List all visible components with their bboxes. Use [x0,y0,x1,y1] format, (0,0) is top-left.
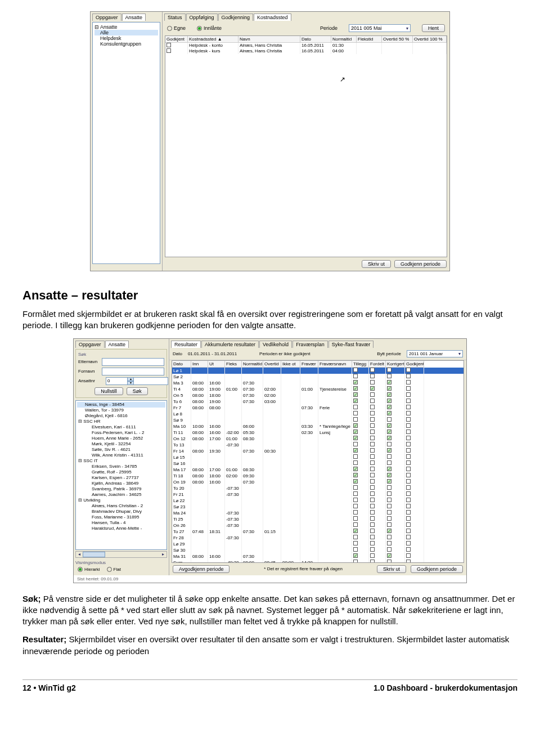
checkbox-icon[interactable] [353,535,358,539]
table-row[interactable]: On 508:0018:0007:3002:00 [172,392,464,399]
checkbox-icon[interactable] [406,417,411,422]
tab-oppfolging[interactable]: Oppfølging [186,14,218,21]
checkbox-icon[interactable] [387,473,392,477]
checkbox-icon[interactable] [387,516,392,521]
checkbox-icon[interactable] [406,368,411,372]
checkbox-icon[interactable] [387,423,392,428]
tree-item[interactable]: Wallen, Tor - 33979 [77,408,165,413]
checkbox-icon[interactable] [370,522,375,527]
checkbox-icon[interactable] [406,529,411,533]
resultater-table[interactable]: DatoInnUtFleksNormaltidOvertidIkke otFra… [172,360,464,563]
checkbox-icon[interactable] [353,553,358,558]
tree-item[interactable]: Grøtte, Rolf - 25995 [77,469,165,475]
checkbox-icon[interactable] [387,399,392,403]
checkbox-icon[interactable] [370,448,375,453]
checkbox-icon[interactable] [353,498,358,502]
table-row[interactable]: Fr 21-07:30 [172,491,464,498]
checkbox-icon[interactable] [387,522,392,527]
tab-ansatte[interactable]: Ansatte [122,14,146,21]
checkbox-icon[interactable] [387,460,392,465]
sok-button[interactable]: Søk [127,387,148,395]
tab-vedl[interactable]: Vedlikehold [259,341,292,348]
table-row[interactable]: Lø 1 [172,368,464,374]
checkbox-icon[interactable] [370,392,375,397]
radio-innlante[interactable]: Innlånte [197,25,222,31]
table-row[interactable]: Sø 9 [172,417,464,423]
checkbox-icon[interactable] [370,460,375,465]
checkbox-icon[interactable] [370,386,375,391]
checkbox-icon[interactable] [387,442,392,446]
hent-button[interactable]: Hent [422,24,445,32]
table-row[interactable]: Ma 24-07:30 [172,510,464,516]
checkbox-icon[interactable] [353,479,358,484]
table-row[interactable]: Ma 308:0016:0007:30 [172,380,464,386]
checkbox-icon[interactable] [406,423,411,428]
checkbox-icon[interactable] [353,430,358,434]
etternavn-input[interactable] [102,358,164,366]
checkbox-icon[interactable] [353,467,358,471]
checkbox-icon[interactable] [387,430,392,434]
tree-item[interactable]: Næss, Inge - 38454 [77,402,165,408]
checkbox-icon[interactable] [406,522,411,527]
tree-item[interactable]: Haraldsrud, Anne-Mette - [77,526,165,531]
checkbox-icon[interactable] [370,516,375,521]
tree-item[interactable]: ⊟ Utvikling [77,498,165,503]
tree-item[interactable]: Karlsen, Espen - 27737 [77,475,165,481]
checkbox-icon[interactable] [353,504,358,508]
checkbox-icon[interactable] [353,392,358,397]
tab-godkjenning[interactable]: Godkjenning [218,14,254,21]
checkbox-icon[interactable] [370,467,375,471]
table-row[interactable]: To 13-07:30 [172,442,464,448]
tree-item[interactable]: Mørk, Kjetil - 32254 [77,441,165,447]
checkbox-icon[interactable] [387,448,392,453]
checkbox-icon[interactable] [353,399,358,403]
grid-row[interactable]: Helpdesk - kurs Alnæs, Hans Christia 16.… [165,48,447,54]
tree-item[interactable]: Aames, Joachim - 34625 [77,492,165,498]
checkbox-icon[interactable] [166,48,171,53]
table-row[interactable]: Ti 1108:0016:00-02:0005:3002:30Lunsj [172,430,464,436]
tree-item[interactable]: Foss, Marianne - 31895 [77,515,165,520]
kostnad-grid[interactable]: Godkjent Kostnadssted ▲ Navn Dato Normal… [165,35,447,257]
checkbox-icon[interactable] [370,479,375,484]
checkbox-icon[interactable] [370,510,375,515]
godkjenn-button[interactable]: Godkjenn periode [411,565,463,573]
checkbox-icon[interactable] [406,491,411,496]
table-row[interactable]: On 26-07:30 [172,522,464,529]
tree-node-konsulent[interactable]: Konsulentgruppen [94,41,158,47]
table-row[interactable]: Sø 16 [172,460,464,467]
checkbox-icon[interactable] [353,423,358,428]
checkbox-icon[interactable] [406,442,411,446]
employee-tree[interactable]: Næss, Inge - 38454Wallen, Tor - 33979Øde… [75,400,167,550]
avgodkjenn-button[interactable]: Avgodkjenn periode [173,565,230,573]
tree-item[interactable]: Hoem, Anne Marie - 2652 [77,436,165,441]
checkbox-icon[interactable] [387,368,392,372]
checkbox-icon[interactable] [406,498,411,502]
checkbox-icon[interactable] [353,522,358,527]
periode-dropdown[interactable]: 2011 005 Mai ▾ [349,24,411,32]
tab-oppgaver[interactable]: Oppgaver [75,341,105,348]
tree-item[interactable]: Hansen, Tulla - 4 [77,520,165,526]
checkbox-icon[interactable] [406,504,411,508]
checkbox-icon[interactable] [387,491,392,496]
checkbox-icon[interactable] [387,535,392,539]
checkbox-icon[interactable] [387,380,392,384]
table-row[interactable]: Lø 15 [172,454,464,460]
checkbox-icon[interactable] [406,485,411,490]
checkbox-icon[interactable] [353,460,358,465]
checkbox-icon[interactable] [387,411,392,415]
tree-node-helpdesk[interactable]: Helpdesk [94,35,158,41]
checkbox-icon[interactable] [387,417,392,422]
tree-item[interactable]: Svanberg, Patrik - 36979 [77,486,165,492]
tree-item[interactable]: ⊟ SSC IT [77,458,165,464]
checkbox-icon[interactable] [353,541,358,545]
grid-row[interactable]: Helpdesk - konto Alnæs, Hans Christia 16… [165,43,447,48]
checkbox-icon[interactable] [406,460,411,465]
checkbox-icon[interactable] [406,510,411,515]
checkbox-icon[interactable] [353,473,358,477]
tree-item[interactable]: ⊟ SSC HR [77,419,165,424]
tree-root[interactable]: Ansatte [100,24,118,30]
checkbox-icon[interactable] [370,423,375,428]
checkbox-icon[interactable] [387,467,392,471]
checkbox-icon[interactable] [387,547,392,552]
checkbox-icon[interactable] [166,43,171,47]
